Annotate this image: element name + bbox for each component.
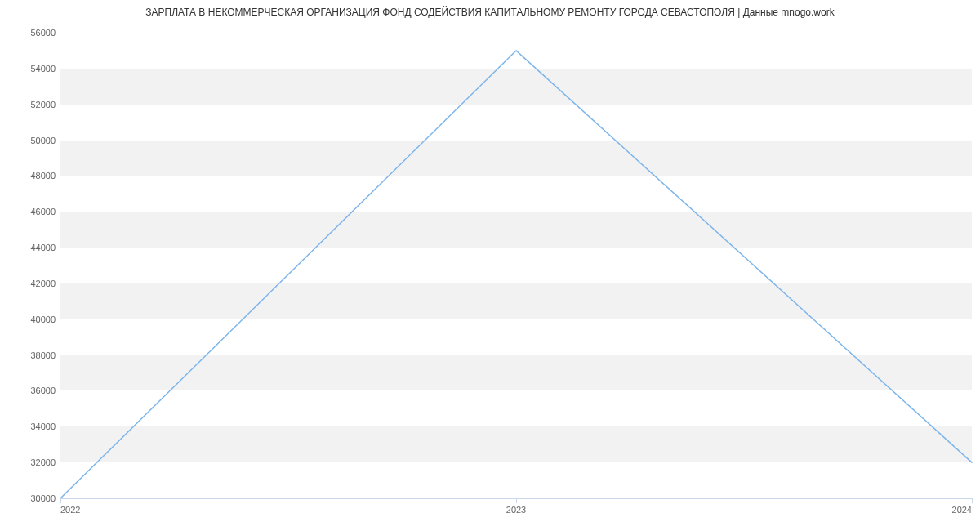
y-tick-label: 38000 bbox=[30, 350, 60, 360]
y-tick-label: 46000 bbox=[30, 207, 60, 216]
y-tick-label: 32000 bbox=[30, 457, 60, 467]
x-tick-label: 2024 bbox=[952, 498, 972, 515]
x-tick-label: 2023 bbox=[506, 498, 526, 515]
series-line bbox=[60, 51, 972, 498]
chart-container: ЗАРПЛАТА В НЕКОММЕРЧЕСКАЯ ОРГАНИЗАЦИЯ ФО… bbox=[0, 0, 980, 531]
y-tick-label: 52000 bbox=[30, 100, 60, 109]
y-tick-label: 50000 bbox=[30, 136, 60, 145]
y-tick-label: 30000 bbox=[30, 493, 60, 503]
y-tick-label: 56000 bbox=[30, 28, 60, 38]
y-tick-label: 48000 bbox=[30, 171, 60, 181]
chart-title: ЗАРПЛАТА В НЕКОММЕРЧЕСКАЯ ОРГАНИЗАЦИЯ ФО… bbox=[0, 7, 980, 18]
plot-area: 3000032000340003600038000400004200044000… bbox=[60, 33, 972, 498]
y-tick-label: 34000 bbox=[30, 422, 60, 431]
y-tick-label: 54000 bbox=[30, 64, 60, 74]
y-tick-label: 36000 bbox=[30, 386, 60, 395]
y-tick-label: 44000 bbox=[30, 243, 60, 252]
x-tick-label: 2022 bbox=[60, 498, 80, 515]
line-layer bbox=[60, 33, 972, 498]
y-tick-label: 40000 bbox=[30, 315, 60, 324]
y-tick-label: 42000 bbox=[30, 279, 60, 288]
